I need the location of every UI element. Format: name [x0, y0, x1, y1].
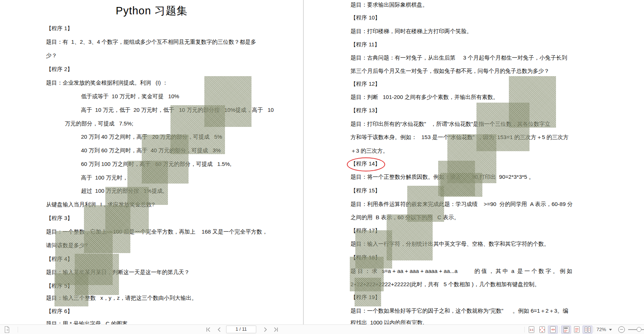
text-line: 2+22+222+2222+22222(此时，共有 5 个数相加 )，几个数相加…	[351, 280, 540, 288]
watermark-square	[204, 76, 251, 127]
toolbar-separator	[559, 327, 560, 333]
document-title: Python 习题集	[0, 4, 303, 18]
text-line: 题目：打印楼梯，同时在楼梯上方打印两个笑脸。	[351, 27, 472, 35]
chevron-down-icon[interactable]	[609, 329, 612, 331]
single-page-view-button[interactable]	[572, 326, 582, 334]
actual-size-label: 1:1	[529, 328, 533, 331]
text-line: 超过 100 万元的部分按 1%提成,	[81, 187, 164, 195]
text-line: 题目：一个数如果恰好等于它的因子之和，这个数就称为“完数” 。例如 6=1＋2＋…	[351, 307, 568, 315]
text-line: 【程序 11】	[351, 40, 380, 49]
actual-size-button[interactable]: 1:1	[527, 326, 536, 334]
fit-width-icon	[550, 326, 556, 333]
text-line: 【程序 3】	[46, 214, 73, 222]
text-line: 40 万到 60 万之间时，高于 40 万元的部分，可提成 3%	[81, 146, 221, 154]
text-line: 高于 10 万元，低于 20 万元时，低于 10 万元的部分按 10%提成，高于…	[81, 106, 274, 114]
text-line: 【程序 15】	[351, 186, 380, 195]
two-page-view-icon	[585, 327, 591, 333]
text-line: 【程序 1】	[46, 24, 73, 32]
text-line: 题 目 ： 求 s=a + aa + aaa + aaaa + aa...a 的…	[351, 267, 572, 275]
highlight-ellipse-annotation	[347, 157, 385, 171]
text-line: 题目：将一个正整数分解质因数。例如：输入 90,打印出 90=2*3*3*5 。	[351, 173, 534, 181]
watermark-square	[355, 230, 392, 269]
toolbar-separator	[18, 327, 18, 333]
text-line: 【程序 13】	[351, 106, 380, 114]
pdf-viewer-window: Python 习题集 【程序 1】题目：有 1、2、3、4 个数字，能组成多少个…	[0, 0, 644, 334]
fit-page-button[interactable]	[537, 326, 547, 334]
page-number-input[interactable]: 1 / 11	[226, 326, 256, 333]
continuous-view-button[interactable]	[561, 326, 571, 334]
text-line: 【程序 17】	[351, 227, 380, 235]
single-page-view-icon	[574, 326, 580, 333]
fit-width-button[interactable]	[548, 326, 558, 334]
text-line: 60 万到 100 万之间时，高于 60 万元的部分，可提成 1.5%,	[81, 160, 231, 168]
two-page-view-button[interactable]	[583, 326, 592, 334]
text-line: 【程序 6】	[46, 307, 73, 315]
text-line: 题目：利用条件运算符的嵌套来完成此题：学习成绩 >=90 分的同学用 A 表示，…	[351, 200, 573, 208]
text-line: 【程序 18】	[351, 253, 380, 262]
text-line: 【程序 2】	[46, 65, 73, 73]
first-page-icon	[205, 327, 211, 332]
text-line: 请问该数是多少?	[46, 241, 88, 249]
first-page-button[interactable]	[203, 326, 213, 334]
text-line: 题目：有 1、2、3、4 个数字，能组成多少个互不相同且无重复数字的三位数？都是…	[46, 38, 256, 46]
actual-size-icon: 1:1	[529, 326, 534, 333]
page-divider	[303, 0, 304, 324]
text-line: 题目：古典问题：有一对兔子，从出生后第 3 个月起每个月都生一对兔子，小兔子长到	[351, 54, 567, 62]
chevron-right-icon	[263, 327, 268, 332]
zoom-out-button[interactable]	[618, 326, 625, 333]
zoom-level-dropdown[interactable]: 72%	[597, 327, 606, 332]
goto-page-button[interactable]	[2, 326, 12, 334]
text-line: 【程序 19】	[351, 293, 380, 301]
text-line: 方和等于该数本身。例如： 153 是一个“水仙花数” ，因为 153=1 的三次…	[351, 133, 569, 141]
previous-page-button[interactable]	[214, 326, 224, 334]
text-line: 高于 100 万元时，	[81, 174, 128, 182]
text-line: 低于或等于 10 万元时，奖金可提 10%	[81, 92, 179, 100]
text-line: 题目：输入一行字符，分别统计出其中英文字母、空格、数字和其它字符的个数。	[351, 240, 549, 248]
text-line: 【程序 4】	[46, 255, 73, 263]
continuous-view-icon	[563, 326, 569, 333]
text-line: 少？	[46, 51, 57, 60]
toolbar-separator	[524, 327, 525, 333]
zoom-slider-track[interactable]	[628, 329, 644, 330]
bottom-toolbar: 1 / 11 1:1	[0, 324, 644, 334]
fit-page-icon	[539, 326, 545, 333]
text-line: 从键盘输入当月利润 I，求应发放奖金总数?	[46, 200, 155, 209]
text-line: 题目：企业发放的奖金根据利润提成。利润 (I) ：	[46, 79, 168, 87]
text-line: 第三个月后每个月又生一对兔子，假如兔子都不死，问每个月的兔子总数为多少？	[351, 67, 549, 75]
last-page-button[interactable]	[271, 326, 281, 334]
watermark-square	[142, 135, 189, 184]
page-forward-icon	[3, 326, 11, 333]
document-canvas[interactable]: Python 习题集 【程序 1】题目：有 1、2、3、4 个数字，能组成多少个…	[0, 0, 644, 324]
text-line: 20 万到 40 万之间时，高于 20 万元的部分，可提成 5%	[81, 133, 222, 141]
toolbar-separator	[594, 327, 594, 333]
text-line: 题目：打印出所有的“水仙花数” ，所谓“水仙花数”是指一个三位数，其各位数字立	[351, 120, 550, 128]
text-line: 【程序 12】	[351, 80, 380, 88]
text-line: 之间的用 B 表示，60 分以下的用 C 表示。	[351, 213, 460, 221]
text-line: 题目：输入三个整数 x，y，z，请把这三个数由小到大输出。	[46, 294, 197, 302]
next-page-button[interactable]	[261, 326, 270, 334]
text-line: 题目：要求输出国际象棋棋盘。	[351, 1, 428, 9]
last-page-icon	[273, 327, 279, 332]
text-line: 【程序 5】	[46, 282, 73, 290]
text-line: 【程序 10】	[351, 14, 380, 22]
text-line: ＋3 的三次方。	[351, 147, 388, 155]
text-line: 万元的部分，可提成 7.5%;	[65, 120, 133, 128]
text-line: 题目：输入某年某月某日，判断这一天是这一年的第几天？	[46, 268, 190, 276]
text-line: 题目：一个整数，它加上 100 后是一个完全平方数，再加上 168 又是一个完全…	[46, 228, 268, 236]
text-line: 题目：判断 101-200 之间有多少个素数，并输出所有素数。	[351, 93, 499, 101]
zoom-slider-knob[interactable]	[637, 327, 641, 332]
chevron-left-icon	[217, 327, 221, 332]
